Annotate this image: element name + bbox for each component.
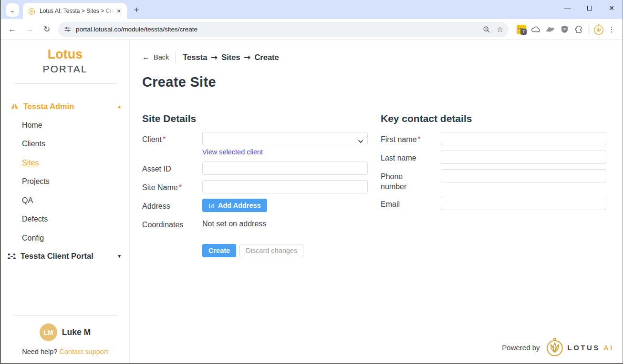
site-settings-icon[interactable] xyxy=(64,26,71,33)
browser-tab[interactable]: Lotus AI: Tessta > Sites > Create ✕ xyxy=(23,3,127,19)
email-input[interactable] xyxy=(441,197,606,210)
first-name-row: First name* xyxy=(381,132,606,145)
sidebar-item-sites[interactable]: Sites xyxy=(1,153,129,172)
sidebar-item-home[interactable]: Home xyxy=(1,116,129,135)
edit-icon xyxy=(208,202,215,209)
tab-search-button[interactable]: ⌄ xyxy=(6,3,19,17)
last-name-input[interactable] xyxy=(441,151,606,164)
sidebar-item-projects[interactable]: Projects xyxy=(1,172,129,192)
form-actions: Create Discard changes xyxy=(202,244,368,257)
chevron-down-icon: ⌄ xyxy=(10,7,15,14)
back-arrow-icon: ← xyxy=(142,53,150,61)
maximize-button[interactable] xyxy=(579,0,601,16)
browser-window: ⌄ Lotus AI: Tessta > Sites > Create ✕ + … xyxy=(0,0,623,364)
phone-input[interactable] xyxy=(441,169,606,182)
caret-up-icon[interactable]: ▴ xyxy=(118,103,121,110)
user-row[interactable]: LM Luke M xyxy=(1,324,129,341)
sidebar-divider-bottom xyxy=(14,315,117,316)
breadcrumb-sites[interactable]: Sites xyxy=(221,53,240,62)
cloud-extension-icon[interactable] xyxy=(529,22,543,37)
sidebar-item-clients[interactable]: Clients xyxy=(1,135,129,154)
page-title: Create Site xyxy=(142,74,623,90)
asset-id-input[interactable] xyxy=(202,162,368,175)
view-selected-client-link[interactable]: View selected client xyxy=(202,148,263,156)
zoom-icon[interactable] xyxy=(480,23,493,36)
last-name-label: Last name xyxy=(381,151,441,164)
minimize-button[interactable]: — xyxy=(557,0,579,16)
lotus-favicon-icon xyxy=(28,7,36,15)
sidebar-spacer xyxy=(1,265,129,309)
first-name-input[interactable] xyxy=(441,132,606,145)
group-label: Tessta Admin xyxy=(23,102,74,111)
caret-down-icon[interactable]: ▾ xyxy=(118,253,121,259)
misc-extension-icon[interactable] xyxy=(543,22,557,37)
tab-title: Lotus AI: Tessta > Sites > Create xyxy=(40,8,114,14)
forward-button[interactable]: → xyxy=(22,22,37,37)
group-label: Tessta Client Portal xyxy=(21,252,93,261)
back-link[interactable]: ← Back xyxy=(142,53,169,61)
site-details-section: Site Details Client* xyxy=(142,113,368,257)
extension-badge: 7 xyxy=(520,29,527,35)
email-row: Email xyxy=(381,197,606,210)
breadcrumb-create: Create xyxy=(254,53,279,62)
breadcrumb: Tessta ➞ Sites ➞ Create xyxy=(183,53,279,62)
profile-avatar-icon[interactable] xyxy=(592,23,605,36)
close-button[interactable]: ✕ xyxy=(601,0,623,16)
client-select[interactable] xyxy=(202,132,368,145)
reload-button[interactable]: ↻ xyxy=(39,22,54,37)
app-content: Lotus PORTAL Tessta Admin ▴ Home Client xyxy=(1,40,623,363)
coordinates-label: Coordinates xyxy=(142,217,202,230)
browser-toolbar: ← → ↻ portal.lotusai.co/module/tessta/si… xyxy=(1,19,623,40)
brand: Lotus PORTAL xyxy=(1,47,129,76)
bookmark-star-icon[interactable]: ☆ xyxy=(493,23,507,36)
user-name: Luke M xyxy=(62,327,91,337)
create-button[interactable]: Create xyxy=(202,244,236,257)
discard-changes-button[interactable]: Discard changes xyxy=(239,244,303,257)
phone-row: Phone number xyxy=(381,169,606,192)
topbar-divider xyxy=(176,51,176,63)
sidebar: Lotus PORTAL Tessta Admin ▴ Home Client xyxy=(1,40,130,363)
client-label: Client* xyxy=(142,132,202,156)
topbar: ← Back Tessta ➞ Sites ➞ Create xyxy=(142,51,623,63)
url-text[interactable]: portal.lotusai.co/module/tessta/sites/cr… xyxy=(76,26,480,33)
main-panel: ← Back Tessta ➞ Sites ➞ Create Create Si… xyxy=(130,40,623,363)
address-label: Address xyxy=(142,199,202,212)
adblock-extension-icon[interactable]: ••• 7 xyxy=(514,22,529,37)
address-bar[interactable]: portal.lotusai.co/module/tessta/sites/cr… xyxy=(58,22,509,37)
sidebar-divider-top xyxy=(14,83,117,84)
breadcrumb-tessta[interactable]: Tessta xyxy=(183,53,207,62)
new-tab-button[interactable]: + xyxy=(130,3,143,17)
sidebar-item-qa[interactable]: QA xyxy=(1,191,129,210)
ublock-shield-icon[interactable]: UO xyxy=(557,22,571,37)
phone-label: Phone number xyxy=(381,169,441,192)
brand-title: Lotus xyxy=(1,47,129,62)
sidebar-item-defects[interactable]: Defects xyxy=(1,210,129,229)
window-controls: — ✕ xyxy=(557,0,623,16)
extensions-puzzle-icon[interactable] xyxy=(571,22,586,37)
site-name-label: Site Name* xyxy=(142,180,202,193)
first-name-label: First name* xyxy=(381,132,441,145)
sidebar-group-tessta-admin[interactable]: Tessta Admin ▴ xyxy=(1,97,129,116)
toolbar-separator xyxy=(589,25,589,34)
site-name-input[interactable] xyxy=(202,180,368,193)
sidebar-item-config[interactable]: Config xyxy=(1,229,129,248)
section-heading: Key contact details xyxy=(381,113,606,124)
back-button[interactable]: ← xyxy=(5,22,20,37)
tab-close-icon[interactable]: ✕ xyxy=(114,7,123,15)
form-columns: Site Details Client* xyxy=(142,113,623,257)
back-label: Back xyxy=(154,53,169,61)
contact-support-link[interactable]: Contact support xyxy=(59,348,108,355)
road-icon xyxy=(10,102,19,111)
email-label: Email xyxy=(381,197,441,210)
powered-by-text: Powered by xyxy=(502,344,540,352)
required-marker: * xyxy=(179,183,182,192)
client-row: Client* View selected client xyxy=(142,132,368,156)
brand-subtitle: PORTAL xyxy=(1,62,129,76)
help-text: Need help? xyxy=(22,348,57,355)
sidebar-group-client-portal[interactable]: Tessta Client Portal ▾ xyxy=(1,248,129,265)
svg-text:UO: UO xyxy=(562,28,566,30)
last-name-row: Last name xyxy=(381,151,606,164)
browser-menu-icon[interactable]: ⋮ xyxy=(605,25,618,34)
add-address-button[interactable]: Add Address xyxy=(202,199,267,212)
required-marker: * xyxy=(163,135,166,143)
